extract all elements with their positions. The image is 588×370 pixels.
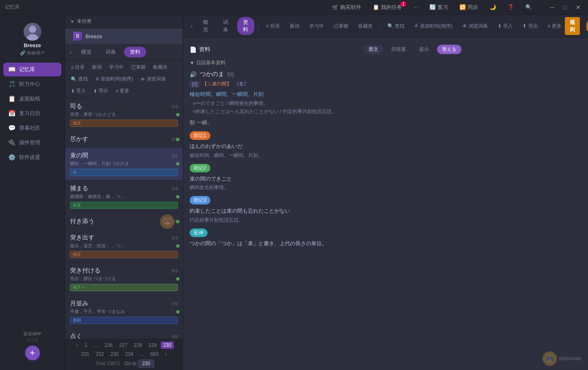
page-226[interactable]: 226 bbox=[102, 342, 115, 349]
word-entry-5[interactable]: 突き出す 0/9 提出，送交，担送，… つ… 他五 bbox=[65, 230, 183, 263]
detail-tab-resource[interactable]: 资料 bbox=[237, 17, 254, 35]
sidebar-item-community[interactable]: 💬 弹幕社区 bbox=[3, 121, 61, 135]
sync-button[interactable]: 🔁 同步 bbox=[457, 3, 481, 12]
import-button[interactable]: ⬇ 导入 bbox=[68, 86, 88, 96]
word-entry-1[interactable]: 尽かす 0/9 bbox=[65, 131, 183, 148]
learning-button[interactable]: 学习中 bbox=[107, 63, 126, 72]
page-231[interactable]: 231 bbox=[79, 350, 92, 358]
more-button[interactable]: ··· bbox=[411, 3, 420, 11]
page-233[interactable]: 233 bbox=[108, 350, 121, 358]
detail-tab-answer[interactable]: 回答案 bbox=[387, 44, 411, 54]
detail-nav-back[interactable]: ‹ bbox=[190, 22, 194, 30]
search-button[interactable]: 🔍 bbox=[523, 3, 534, 11]
add-time-button[interactable]: ≛ 添加时间(倒序) bbox=[93, 74, 136, 84]
sep2 bbox=[380, 23, 380, 29]
minimize-button[interactable]: ─ bbox=[547, 2, 557, 12]
export-action-btn[interactable]: ⬆ 导出 bbox=[519, 22, 541, 31]
more-action-btn[interactable]: ≡ 更多 bbox=[544, 22, 565, 31]
replace-button[interactable]: 替える bbox=[437, 45, 461, 54]
version-label: v7.3.4 bbox=[5, 338, 60, 342]
page-230-active[interactable]: 230 bbox=[161, 342, 174, 349]
tab-overview[interactable]: 概览 bbox=[75, 47, 97, 57]
page-first-button[interactable]: 1 bbox=[82, 342, 90, 349]
sidebar-item-review[interactable]: 📅 复习日历 bbox=[3, 107, 61, 120]
section-title: 资料 bbox=[199, 46, 210, 53]
detail-tab-overview[interactable]: 概览 bbox=[197, 17, 214, 35]
maximize-button[interactable]: □ bbox=[560, 2, 570, 12]
avatar[interactable] bbox=[24, 23, 42, 41]
more-options-button[interactable]: ≡ 更多 bbox=[113, 86, 132, 96]
help-button[interactable]: ❓ bbox=[505, 3, 516, 11]
example-1: »〜のできごと / 瞬間発生的事情。 bbox=[190, 100, 461, 107]
page-228[interactable]: 228 bbox=[131, 342, 144, 349]
sound-icon[interactable]: 🔊 bbox=[190, 71, 197, 78]
buy-software-button[interactable]: 🛒 购买软件 bbox=[330, 3, 364, 12]
extension-badge: 延伸 bbox=[190, 229, 208, 237]
pitch-triangle: 【△束の間】 bbox=[202, 81, 232, 87]
nav-back-arrow[interactable]: ‹ bbox=[68, 48, 73, 57]
page-234[interactable]: 234 bbox=[123, 350, 136, 358]
sidebar-item-listening[interactable]: 🎵 听力中心 bbox=[3, 77, 61, 91]
close-button[interactable]: ✕ bbox=[573, 2, 583, 12]
tab-entries[interactable]: 词条 bbox=[100, 47, 122, 57]
memory-icon: 📖 bbox=[8, 66, 16, 73]
page-229[interactable]: 229 bbox=[146, 342, 159, 349]
mastered-action-btn[interactable]: 已掌握 bbox=[330, 22, 352, 31]
deck-item[interactable]: B Breeze bbox=[65, 28, 183, 44]
new-word-button[interactable]: 新词 bbox=[90, 63, 104, 72]
theoretical-badge[interactable]: theoretical bbox=[586, 22, 588, 31]
deck-icon: B bbox=[73, 32, 82, 41]
import-action-btn[interactable]: ⬇ 导入 bbox=[494, 22, 516, 31]
word-entry-0[interactable]: 司る 0/9 管理，掌管 つかさどる 他五 bbox=[65, 98, 183, 131]
addtime-action-btn[interactable]: ≛ 添加时间(倒序) bbox=[411, 22, 455, 31]
sidebar-item-label: 复习日历 bbox=[19, 110, 40, 117]
add-button[interactable]: + bbox=[25, 346, 40, 360]
page-last[interactable]: 663 bbox=[148, 350, 161, 358]
theme-toggle-button[interactable]: 🌙 bbox=[487, 3, 498, 11]
browse-button[interactable]: 👁 浏览词条 bbox=[138, 74, 168, 84]
word-entry-3[interactable]: 捕まる 0/9 被捕获，被抓住，握… つ… 自五 bbox=[65, 181, 183, 213]
search-action-btn[interactable]: 🔍 查找 bbox=[384, 22, 408, 31]
go-to-input[interactable] bbox=[138, 359, 154, 368]
chevron-down-icon: ▼ bbox=[70, 19, 74, 24]
search-word-button[interactable]: 🔍 查找 bbox=[68, 74, 90, 84]
word-entry-6[interactable]: 突き付ける 0/9 亮出，摆出 つきつける 他下一 bbox=[65, 263, 183, 296]
detail-tab-entries[interactable]: 词条 bbox=[217, 17, 234, 35]
menu-button[interactable]: ≡ 目录 bbox=[68, 63, 87, 72]
menu-action-btn[interactable]: ≡ 目录 bbox=[262, 22, 283, 31]
title-bar: 记忆库 🛒 购买软件 📋 我的任务 1 ··· 🔄 复习 🔁 同步 🌙 ❓ 🔍 … bbox=[0, 0, 588, 15]
word-entry-2[interactable]: 束の間 0/9 瞬间，一瞬间，片刻 つかのま 名 bbox=[65, 148, 183, 181]
new-action-btn[interactable]: 新词 bbox=[286, 22, 303, 31]
subsection-title: ▼ 日語基本資料 bbox=[190, 59, 461, 66]
word-meaning: 亮出，摆出 つきつける bbox=[70, 276, 178, 282]
sep1 bbox=[258, 23, 259, 29]
collected-button[interactable]: 收藏夹 bbox=[151, 63, 170, 72]
tab-resource[interactable]: 资料 bbox=[124, 47, 146, 57]
sidebar-item-wallpaper[interactable]: 📋 桌面贴纸 bbox=[3, 92, 61, 106]
word-tag: 他五 bbox=[70, 251, 178, 258]
export-button[interactable]: ⬆ 导出 bbox=[91, 86, 111, 96]
collected-action-btn[interactable]: 收藏夹 bbox=[355, 22, 376, 31]
sidebar-item-memory[interactable]: 📖 记忆库 bbox=[3, 63, 61, 76]
page-232[interactable]: 232 bbox=[93, 350, 106, 358]
page-prev-button[interactable]: ‹ bbox=[74, 342, 81, 349]
word-entry-8[interactable]: 点く 0/9 点着，引着，打开，点上 つく 自五 bbox=[65, 329, 183, 339]
sidebar-item-label: 弹幕社区 bbox=[19, 124, 40, 132]
mastered-button[interactable]: 已掌握 bbox=[129, 63, 148, 72]
review-button[interactable]: 🔄 复习 bbox=[427, 3, 450, 12]
word-entry-7[interactable]: 月並み 0/9 平庸，平凡，平常 つきなみ 形動 bbox=[65, 296, 183, 329]
sidebar-item-plugins[interactable]: 🔌 插件管理 bbox=[3, 136, 61, 150]
detail-tab-hint[interactable]: 提示 bbox=[414, 44, 434, 54]
my-task-button[interactable]: 📋 我的任务 1 bbox=[370, 3, 404, 12]
sidebar-item-settings[interactable]: ⚙️ 软件设置 bbox=[3, 150, 61, 164]
meaning-line1: 極短時間。瞬間、一瞬間、片刻 bbox=[190, 91, 264, 97]
word-jp: 束の間 bbox=[70, 152, 88, 159]
browse-action-btn[interactable]: 👁 浏览词条 bbox=[459, 22, 491, 31]
learning-action-btn[interactable]: 学习中 bbox=[306, 22, 327, 31]
word-entry-4[interactable]: 付き添う 0/9 🐻 bbox=[65, 213, 183, 230]
page-227[interactable]: 227 bbox=[117, 342, 130, 349]
page-next-button[interactable]: › bbox=[163, 350, 169, 358]
rules-badge[interactable]: 规则 bbox=[565, 17, 580, 35]
detail-tab-image[interactable]: 图文 bbox=[364, 45, 383, 54]
page-ellipsis-1: ... bbox=[92, 342, 101, 349]
